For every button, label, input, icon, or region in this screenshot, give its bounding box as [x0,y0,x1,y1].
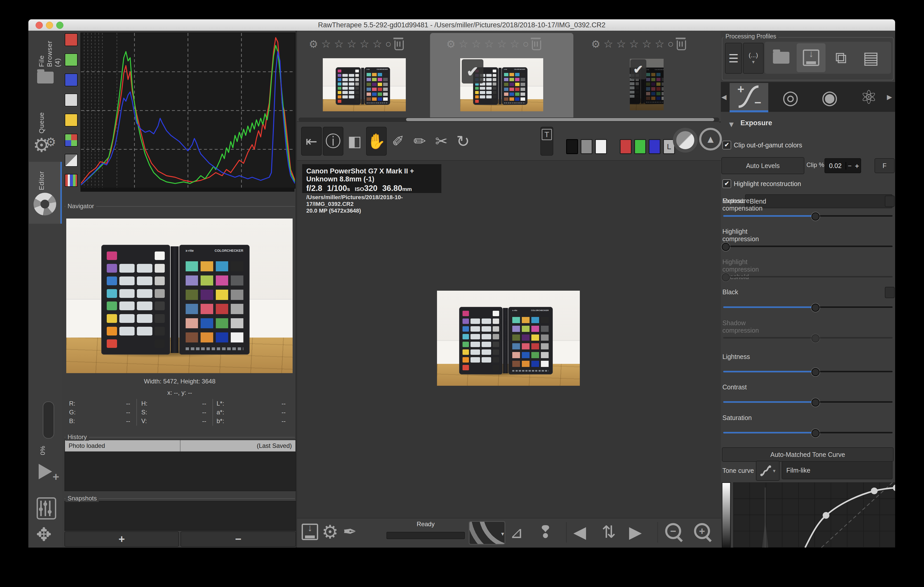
filmstrip-scrollbar-track[interactable] [299,117,719,122]
color-label-icon[interactable]: ○ [523,38,529,50]
crop-tool-button[interactable]: ✂ [431,127,452,156]
perspective-button[interactable]: ⊿ [510,523,523,542]
histogram-bar-mode-button[interactable] [64,174,78,187]
tab-editor[interactable]: Editor [38,167,46,190]
star-icon[interactable]: ☆ [459,38,469,50]
close-button[interactable] [36,21,43,29]
snapshot-remove-button[interactable]: − [180,531,296,547]
zoom-button[interactable] [56,21,63,29]
main-image[interactable]: x-riteCOLORCHECKER [437,291,580,386]
preview-mode-shadow-icon[interactable] [673,128,698,154]
slider-thumb[interactable] [811,368,820,376]
paste-profile-button[interactable]: ▤ [856,43,885,72]
slider-thumb[interactable] [811,334,820,342]
star-icon[interactable]: ☆ [629,38,639,50]
copy-profile-button[interactable]: ⧉ [827,43,855,72]
pan-icon[interactable]: ✥ [36,524,51,545]
star-icon[interactable]: ☆ [604,38,613,50]
trash-icon[interactable] [394,41,404,50]
history-step-button[interactable]: ⇅ [602,522,616,542]
trash-icon[interactable] [677,41,686,50]
star-icon[interactable]: ☆ [321,38,331,50]
thumbnail[interactable]: x-riteCOLORCHECKER [323,58,406,111]
histogram-raw-toggle-button[interactable] [64,154,78,167]
clip-percent-spinner[interactable]: 0.02 − ＋ [825,158,861,173]
star-icon[interactable]: ☆ [347,38,356,50]
color-picker-button[interactable]: ✏ [409,127,430,156]
tone-curve-type-button[interactable]: ▾ [756,461,780,481]
profile-list-button[interactable]: ☰ [725,43,742,74]
tabs-scroll-left-icon[interactable]: ◂ [721,91,726,102]
gear-icon[interactable]: ⚙ [591,38,601,50]
highlight-reconstruction-checkbox[interactable]: ✔ [723,179,731,188]
swatch-green[interactable] [634,139,646,154]
thumbnail-toggle-button[interactable]: T [540,127,553,156]
gear-icon[interactable]: ⚙ [309,38,318,50]
tab-detail[interactable]: ◎ [772,86,808,108]
snapshots-list[interactable] [64,501,296,531]
star-icon[interactable]: ☆ [497,38,507,50]
auto-levels-button[interactable]: Auto Levels [721,157,804,174]
tab-exposure[interactable]: + − [729,83,768,112]
star-icon[interactable]: ☆ [360,38,370,50]
tabs-scroll-right-icon[interactable]: ▸ [887,91,892,102]
exposure-section-header[interactable]: Exposure [741,119,772,127]
hide-left-panel-button[interactable]: ⇤ [301,127,322,156]
hand-tool-button[interactable]: ✋ [366,127,387,156]
gear-icon[interactable]: ⚙ [446,38,455,50]
histogram-green-channel-button[interactable] [64,53,78,66]
swatch-white[interactable] [595,139,607,154]
star-icon[interactable]: ☆ [616,38,626,50]
redo-button[interactable]: ▶ [629,523,642,542]
history-list[interactable]: Photo loaded (Last Saved) [64,440,296,491]
tab-file-browser[interactable]: File Browser (4) [38,33,62,67]
minimize-button[interactable] [46,21,53,29]
filmstrip-scrollbar-thumb[interactable] [406,118,714,121]
histogram-raw-bayer-button[interactable] [64,133,78,147]
clip-gamut-checkbox[interactable]: ✔ [723,141,731,150]
detail-window-icon[interactable] [39,464,52,480]
fill-mode-combo[interactable]: (...) ▾ [743,43,764,74]
histogram-blue-channel-button[interactable] [64,73,78,87]
histogram-luminosity-button[interactable] [64,93,78,107]
navigator-preview[interactable]: x-riteCOLORCHECKER [66,219,293,373]
history-row[interactable]: Photo loaded (Last Saved) [65,440,295,451]
swatch-red[interactable] [620,139,632,154]
info-button[interactable]: ⓘ [323,127,343,156]
undo-button[interactable]: ◀ [573,523,586,542]
star-icon[interactable]: ☆ [372,38,382,50]
save-image-button[interactable] [302,524,318,541]
save-profile-button[interactable] [797,43,825,72]
snapshot-add-button[interactable]: + [64,531,179,547]
thumbnail[interactable]: x-riteCOLORCHECKER ✔ [630,59,663,110]
slider-thumb[interactable] [722,273,730,281]
preview-mode-focus-icon[interactable]: ▲ [699,128,722,150]
slider-reset-button[interactable] [885,287,894,298]
star-icon[interactable]: ☆ [510,38,520,50]
trash-icon[interactable] [532,41,541,50]
tab-queue[interactable]: Queue [38,110,46,133]
star-icon[interactable]: ☆ [484,38,494,50]
tone-curve-combo[interactable]: Film-like [782,461,893,479]
tab-advanced[interactable]: ⚛ [851,86,887,108]
slider-reset-button[interactable] [885,196,894,207]
file-browser-icon[interactable] [37,72,54,84]
star-icon[interactable]: ☆ [472,38,481,50]
clipping-indicator-button[interactable]: ❢ [538,522,553,542]
collapse-icon[interactable]: ▼ [728,120,735,129]
star-icon[interactable]: ☆ [642,38,652,50]
star-icon[interactable]: ☆ [334,38,344,50]
clipped-button[interactable]: F [874,158,894,173]
slider-track[interactable] [723,337,893,339]
slider-track[interactable] [723,245,893,247]
auto-matched-tone-curve-button[interactable]: Auto-Matched Tone Curve [722,447,894,462]
color-label-icon[interactable]: ○ [385,38,391,50]
slider-thumb[interactable] [722,243,730,251]
slider-track[interactable] [723,276,893,278]
slider-thumb[interactable] [811,212,820,220]
spinner-plus-icon[interactable]: ＋ [853,161,861,170]
swatch-gray[interactable] [581,139,592,154]
swatch-black[interactable] [566,139,578,154]
before-after-button[interactable]: ◧ [345,127,365,156]
straighten-tool-button[interactable]: ↻ [453,127,474,156]
